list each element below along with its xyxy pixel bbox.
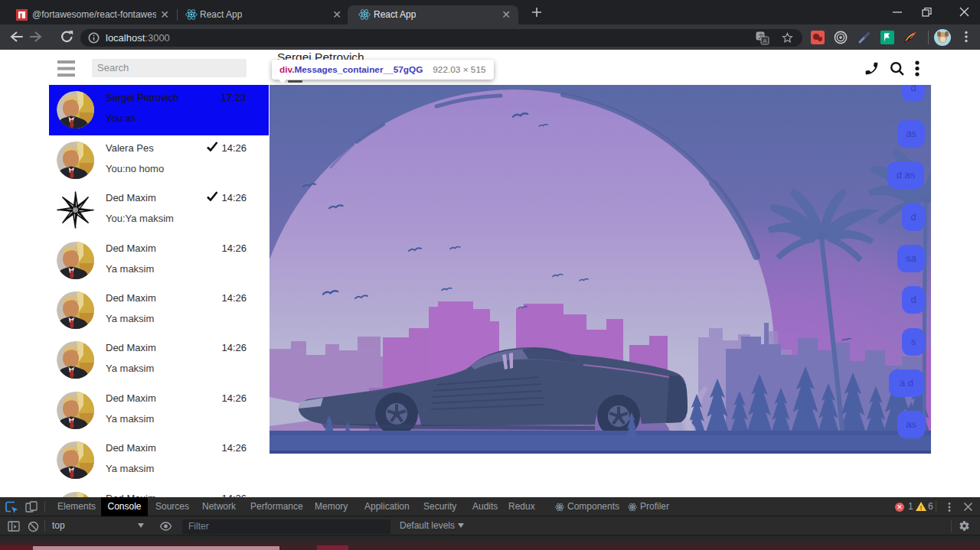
svg-text:A: A	[763, 37, 767, 44]
